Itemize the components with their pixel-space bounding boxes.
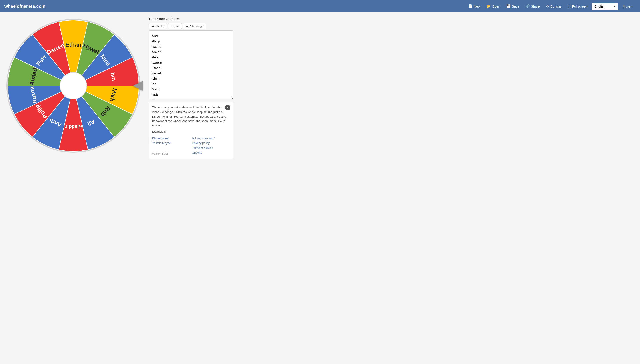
info-links: Dinner wheel Is it truly random? Yes/No/… bbox=[152, 136, 230, 156]
share-icon: 🔗 bbox=[526, 4, 530, 8]
save-button[interactable]: 💾 Save bbox=[504, 3, 522, 10]
random-link[interactable]: Is it truly random? bbox=[192, 136, 230, 141]
examples-label: Examples: bbox=[152, 130, 230, 134]
privacy-link[interactable]: Privacy policy bbox=[192, 141, 230, 145]
shuffle-button[interactable]: ⇄ Shuffle bbox=[149, 23, 167, 29]
header: wheelofnames.com 📄 New 📂 Open 💾 Save 🔗 S… bbox=[0, 0, 640, 12]
open-icon: 📂 bbox=[487, 4, 491, 8]
info-collapse-button[interactable]: ▾ bbox=[225, 105, 230, 110]
names-toolbar: ⇄ Shuffle ↕ Sort 🖼 Add image bbox=[149, 23, 233, 29]
names-textarea[interactable] bbox=[149, 30, 233, 99]
fullscreen-button[interactable]: ⛶ Fullscreen bbox=[566, 3, 590, 10]
wheel-pointer bbox=[133, 81, 143, 91]
dinner-wheel-link[interactable]: Dinner wheel bbox=[152, 136, 190, 141]
more-chevron-icon: ▾ bbox=[631, 4, 633, 8]
terms-link[interactable]: Terms of service bbox=[192, 146, 230, 150]
right-panel: Enter names here ⇄ Shuffle ↕ Sort 🖼 Add … bbox=[149, 17, 233, 159]
add-image-button[interactable]: 🖼 Add image bbox=[183, 23, 206, 29]
enter-names-label: Enter names here bbox=[149, 17, 233, 21]
save-icon: 💾 bbox=[506, 4, 511, 8]
language-selector[interactable]: English ▼ bbox=[592, 3, 618, 10]
sort-icon: ↕ bbox=[171, 24, 172, 28]
info-text: The names you enter above will be displa… bbox=[152, 105, 230, 128]
svg-text:Aladdin: Aladdin bbox=[64, 124, 82, 130]
main-content: AndiPhilipRaznaAmjadPeteDarrenEthanHywel… bbox=[0, 12, 640, 164]
new-icon: 📄 bbox=[468, 4, 473, 8]
options-icon: ⚙ bbox=[546, 4, 549, 8]
wheel-container[interactable]: AndiPhilipRaznaAmjadPeteDarrenEthanHywel… bbox=[4, 17, 142, 155]
share-button[interactable]: 🔗 Share bbox=[523, 3, 542, 10]
svg-point-15 bbox=[60, 72, 87, 99]
options-link[interactable]: Options bbox=[192, 150, 230, 156]
info-box: ▾ The names you enter above will be disp… bbox=[149, 102, 233, 159]
shuffle-icon: ⇄ bbox=[152, 24, 154, 28]
open-button[interactable]: 📂 Open bbox=[484, 3, 502, 10]
more-button[interactable]: More ▾ bbox=[620, 3, 636, 10]
add-image-icon: 🖼 bbox=[186, 24, 188, 28]
wheel-svg[interactable]: AndiPhilipRaznaAmjadPeteDarrenEthanHywel… bbox=[4, 17, 142, 155]
logo: wheelofnames.com bbox=[4, 4, 46, 9]
svg-text:Ethan: Ethan bbox=[65, 41, 81, 48]
fullscreen-icon: ⛶ bbox=[568, 4, 571, 8]
language-dropdown[interactable]: English bbox=[592, 3, 618, 10]
new-button[interactable]: 📄 New bbox=[466, 3, 483, 10]
sort-button[interactable]: ↕ Sort bbox=[168, 23, 182, 29]
yes-no-link[interactable]: Yes/No/Maybe bbox=[152, 141, 190, 145]
options-button[interactable]: ⚙ Options bbox=[544, 3, 564, 10]
version-text: Version 5.9.2 bbox=[152, 152, 190, 156]
